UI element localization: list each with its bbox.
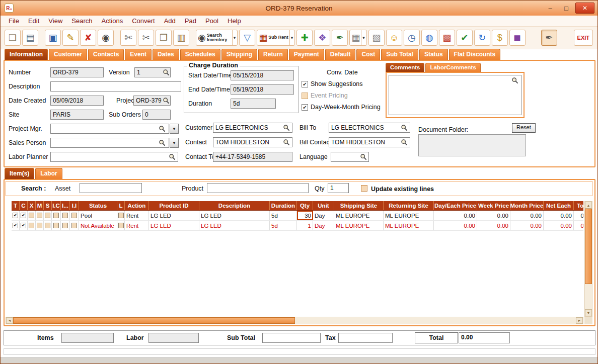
asset-input[interactable] [80, 183, 142, 193]
column-header-m[interactable]: M [36, 201, 44, 210]
column-header-i-c[interactable]: I.C [52, 201, 61, 210]
column-header-x[interactable]: X [28, 201, 36, 210]
bill-to-search-icon[interactable] [401, 124, 408, 131]
new-document-button[interactable]: ❏ [5, 30, 21, 46]
blocks-button[interactable]: ◼ [509, 30, 526, 46]
customer-field[interactable]: LG ELECTRONICS [213, 123, 292, 133]
horizontal-scrollbar-thumb[interactable] [13, 317, 295, 324]
net-each-cell[interactable]: 0.00 [544, 221, 574, 230]
tab-event[interactable]: Event [125, 49, 152, 60]
print-button[interactable]: ▤ [22, 30, 38, 46]
status-cell[interactable]: Pool [79, 211, 117, 220]
column-header-l[interactable]: L [117, 201, 125, 210]
horizontal-scrollbar[interactable]: ◄ ► [6, 317, 583, 324]
project-search-icon[interactable] [163, 97, 170, 104]
labor-planner-field[interactable] [50, 152, 178, 162]
product-id-cell[interactable]: LG LED [149, 211, 199, 220]
row-flag-checkbox[interactable] [44, 211, 52, 220]
cut-line-button[interactable]: ✄ [120, 30, 136, 46]
row-flag-checkbox[interactable] [36, 211, 44, 220]
tab-cost[interactable]: Cost [356, 49, 380, 60]
search-inventory-dropdown-icon[interactable]: ▾ [232, 30, 236, 45]
unit-cell[interactable]: Day [313, 211, 334, 220]
bill-to-field[interactable]: LG ELECTRONICS [329, 123, 410, 133]
scroll-up-icon[interactable]: ▲ [585, 202, 592, 209]
checkbox-day-week-month-pricing[interactable]: ✔ [302, 104, 308, 111]
contact-field[interactable]: TOM HIDDLESTON [213, 137, 292, 147]
scroll-left-icon[interactable]: ◄ [6, 317, 13, 324]
column-header-status[interactable]: Status [79, 201, 117, 210]
week-price-cell[interactable]: 0.00 [477, 211, 510, 220]
column-header-week-price[interactable]: Week Price [477, 201, 510, 210]
project-mgr-field[interactable] [50, 124, 169, 134]
checkbox-show-suggestions[interactable]: ✔ [302, 81, 308, 87]
edit-pencil-button[interactable]: ✎ [62, 30, 79, 46]
tab-item-s[interactable]: Item(s) [5, 168, 34, 179]
menu-pool[interactable]: Pool [201, 16, 222, 26]
column-header-i[interactable]: I... [61, 201, 70, 210]
maximize-button[interactable]: □ [559, 3, 573, 14]
tab-sub-total[interactable]: Sub Total [381, 49, 418, 60]
find-binoculars-button[interactable]: ◉ [98, 30, 114, 46]
row-flag-checkbox[interactable] [28, 211, 36, 220]
cut-button[interactable]: ✂ [138, 30, 154, 46]
row-flag-checkbox[interactable]: ✔ [12, 211, 20, 220]
column-header-t[interactable]: T [12, 201, 20, 210]
menu-pad[interactable]: Pad [181, 16, 200, 26]
duration-cell[interactable]: 5d [270, 211, 297, 220]
returning-site-cell[interactable]: ML EUROPE [384, 211, 434, 220]
language-search-icon[interactable] [360, 153, 367, 160]
row-flag-checkbox[interactable] [61, 221, 70, 230]
project-mgr-dropdown[interactable]: ▼ [170, 124, 179, 134]
qty-cell[interactable]: 30 [297, 211, 313, 220]
unit-cell[interactable]: Day [313, 221, 334, 230]
scroll-right-icon[interactable]: ► [576, 317, 583, 324]
day-each-price-cell[interactable]: 0.00 [434, 221, 477, 230]
delete-button[interactable]: ✘ [80, 30, 96, 46]
vertical-scrollbar[interactable]: ▲ ▼ [584, 201, 592, 317]
menu-help[interactable]: Help [223, 16, 245, 26]
money-button[interactable]: $ [492, 30, 508, 46]
column-header-qty[interactable]: Qty [297, 201, 313, 210]
column-header-tot[interactable]: Tot... [574, 201, 583, 210]
cards-button[interactable]: ▦▾ [349, 30, 367, 46]
description-cell[interactable]: LG LED [199, 211, 270, 220]
column-header-returning-site[interactable]: Returning Site [384, 201, 434, 210]
column-header-day-each-price[interactable]: Day/Each Price [434, 201, 477, 210]
note-edit-button[interactable]: ✒ [332, 30, 348, 46]
qty-cell[interactable]: 1 [297, 221, 313, 230]
product-id-cell[interactable]: LG LED [149, 221, 199, 230]
clock-button[interactable]: ◷ [404, 30, 420, 46]
total-cell[interactable]: 0.00 [574, 211, 583, 220]
row-flag-checkbox[interactable]: ✔ [20, 221, 28, 230]
total-cell[interactable]: 0.00 [574, 221, 583, 230]
tab-information[interactable]: Information [5, 49, 48, 60]
row-flag-checkbox[interactable]: ✔ [20, 211, 28, 220]
bill-contact-field[interactable]: TOM HIDDLESTON [329, 137, 410, 147]
exit-button[interactable]: EXIT [574, 30, 593, 46]
add-line-button[interactable]: ✚ [296, 30, 313, 46]
vertical-scrollbar-track[interactable] [585, 209, 592, 309]
row-flag-checkbox[interactable] [70, 211, 79, 220]
column-header-unit[interactable]: Unit [313, 201, 334, 210]
beads-button[interactable]: ❖ [314, 30, 330, 46]
returning-site-cell[interactable]: ML EUROPE [384, 221, 434, 230]
qty-input[interactable]: 1 [328, 183, 349, 193]
shipping-site-cell[interactable]: ML EUROPE [334, 221, 384, 230]
action-cell[interactable]: Rent [125, 221, 149, 230]
row-flag-checkbox[interactable] [70, 221, 79, 230]
column-header-i-i[interactable]: I.I [70, 201, 79, 210]
menu-edit[interactable]: Edit [24, 16, 43, 26]
column-header-month-price[interactable]: Month Price [510, 201, 544, 210]
tasklist-button[interactable]: ✔ [457, 30, 473, 46]
labor-planner-search-icon[interactable] [169, 153, 176, 160]
row-flag-checkbox[interactable]: ✔ [12, 221, 20, 230]
comments-search-icon[interactable] [511, 77, 518, 84]
column-header-c[interactable]: C [20, 201, 28, 210]
shipping-site-cell[interactable]: ML EUROPE [334, 211, 384, 220]
tab-schedules[interactable]: Schedules [180, 49, 220, 60]
tab-contacts[interactable]: Contacts [88, 49, 124, 60]
tab-payment[interactable]: Payment [289, 49, 324, 60]
paste-button[interactable]: ▥ [173, 30, 189, 46]
net-each-cell[interactable]: 0.00 [544, 211, 574, 220]
